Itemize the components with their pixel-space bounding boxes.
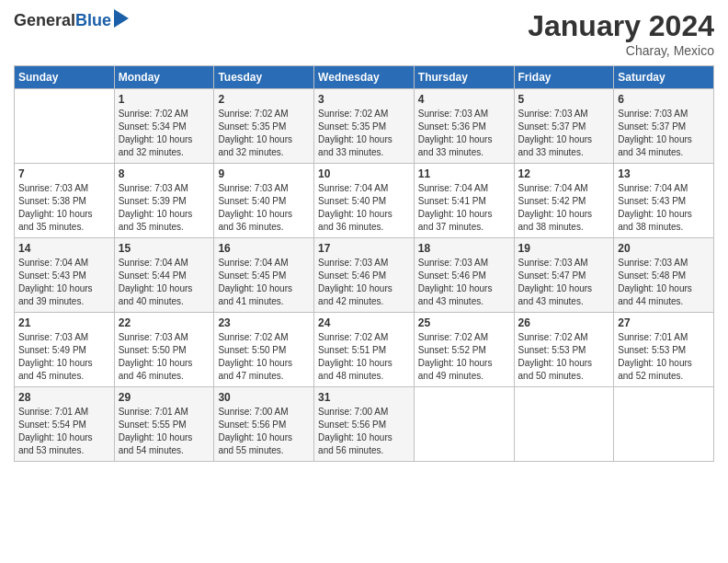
weekday-header: Friday: [514, 66, 614, 89]
cell-content: Sunrise: 7:04 AM Sunset: 5:44 PM Dayligh…: [119, 257, 210, 308]
calendar-cell: 3Sunrise: 7:02 AM Sunset: 5:35 PM Daylig…: [314, 89, 415, 164]
cell-content: Sunrise: 7:03 AM Sunset: 5:36 PM Dayligh…: [418, 108, 510, 159]
calendar-cell: 25Sunrise: 7:02 AM Sunset: 5:52 PM Dayli…: [414, 313, 514, 387]
cell-content: Sunrise: 7:04 AM Sunset: 5:41 PM Dayligh…: [418, 182, 510, 234]
weekday-header: Sunday: [15, 66, 115, 89]
calendar-cell: 2Sunrise: 7:02 AM Sunset: 5:35 PM Daylig…: [214, 89, 314, 164]
calendar-cell: 21Sunrise: 7:03 AM Sunset: 5:49 PM Dayli…: [15, 313, 115, 387]
cell-content: Sunrise: 7:01 AM Sunset: 5:54 PM Dayligh…: [18, 406, 110, 457]
page-header: General Blue January 2024 Charay, Mexico: [14, 9, 714, 58]
calendar-cell: 8Sunrise: 7:03 AM Sunset: 5:39 PM Daylig…: [114, 164, 214, 238]
calendar-cell: 13Sunrise: 7:04 AM Sunset: 5:43 PM Dayli…: [614, 164, 714, 238]
calendar-cell: 17Sunrise: 7:03 AM Sunset: 5:46 PM Dayli…: [314, 238, 415, 313]
day-number: 29: [119, 391, 210, 404]
cell-content: Sunrise: 7:04 AM Sunset: 5:43 PM Dayligh…: [618, 182, 710, 234]
day-number: 22: [119, 316, 210, 329]
cell-content: Sunrise: 7:02 AM Sunset: 5:34 PM Dayligh…: [119, 108, 210, 159]
calendar-cell: 15Sunrise: 7:04 AM Sunset: 5:44 PM Dayli…: [114, 238, 214, 313]
calendar-cell: 11Sunrise: 7:04 AM Sunset: 5:41 PM Dayli…: [414, 164, 514, 238]
calendar-cell: 22Sunrise: 7:03 AM Sunset: 5:50 PM Dayli…: [114, 313, 214, 387]
calendar-cell: 19Sunrise: 7:03 AM Sunset: 5:47 PM Dayli…: [514, 238, 614, 313]
logo-arrow-icon: [114, 9, 129, 28]
day-number: 1: [119, 93, 210, 106]
calendar-cell: 23Sunrise: 7:02 AM Sunset: 5:50 PM Dayli…: [214, 313, 314, 387]
day-number: 28: [18, 391, 110, 404]
weekday-header: Saturday: [614, 66, 714, 89]
calendar-cell: 16Sunrise: 7:04 AM Sunset: 5:45 PM Dayli…: [214, 238, 314, 313]
cell-content: Sunrise: 7:04 AM Sunset: 5:40 PM Dayligh…: [318, 182, 410, 234]
calendar-cell: [15, 89, 115, 164]
month-title: January 2024: [528, 9, 714, 43]
cell-content: Sunrise: 7:03 AM Sunset: 5:50 PM Dayligh…: [119, 331, 210, 383]
day-number: 17: [318, 242, 410, 255]
calendar-table: SundayMondayTuesdayWednesdayThursdayFrid…: [14, 65, 714, 462]
weekday-header: Wednesday: [314, 66, 415, 89]
calendar-cell: 20Sunrise: 7:03 AM Sunset: 5:48 PM Dayli…: [614, 238, 714, 313]
day-number: 21: [18, 316, 110, 329]
day-number: 8: [119, 167, 210, 180]
weekday-header: Monday: [114, 66, 214, 89]
logo-general-text: General: [14, 11, 75, 30]
cell-content: Sunrise: 7:00 AM Sunset: 5:56 PM Dayligh…: [218, 406, 310, 457]
calendar-cell: [614, 387, 714, 462]
calendar-cell: 18Sunrise: 7:03 AM Sunset: 5:46 PM Dayli…: [414, 238, 514, 313]
cell-content: Sunrise: 7:02 AM Sunset: 5:35 PM Dayligh…: [318, 108, 410, 159]
cell-content: Sunrise: 7:02 AM Sunset: 5:50 PM Dayligh…: [218, 331, 310, 383]
calendar-cell: 28Sunrise: 7:01 AM Sunset: 5:54 PM Dayli…: [15, 387, 115, 462]
calendar-cell: 10Sunrise: 7:04 AM Sunset: 5:40 PM Dayli…: [314, 164, 415, 238]
weekday-header: Thursday: [414, 66, 514, 89]
cell-content: Sunrise: 7:04 AM Sunset: 5:42 PM Dayligh…: [518, 182, 610, 234]
weekday-header: Tuesday: [214, 66, 314, 89]
calendar-cell: 1Sunrise: 7:02 AM Sunset: 5:34 PM Daylig…: [114, 89, 214, 164]
logo-blue-text: Blue: [75, 11, 111, 30]
cell-content: Sunrise: 7:04 AM Sunset: 5:43 PM Dayligh…: [18, 257, 110, 308]
cell-content: Sunrise: 7:02 AM Sunset: 5:53 PM Dayligh…: [518, 331, 610, 383]
day-number: 13: [618, 167, 710, 180]
calendar-cell: 9Sunrise: 7:03 AM Sunset: 5:40 PM Daylig…: [214, 164, 314, 238]
location-title: Charay, Mexico: [528, 43, 714, 58]
cell-content: Sunrise: 7:04 AM Sunset: 5:45 PM Dayligh…: [218, 257, 310, 308]
day-number: 19: [518, 242, 610, 255]
day-number: 9: [218, 167, 310, 180]
calendar-cell: 26Sunrise: 7:02 AM Sunset: 5:53 PM Dayli…: [514, 313, 614, 387]
day-number: 6: [618, 93, 710, 106]
cell-content: Sunrise: 7:02 AM Sunset: 5:35 PM Dayligh…: [218, 108, 310, 159]
cell-content: Sunrise: 7:03 AM Sunset: 5:37 PM Dayligh…: [518, 108, 610, 159]
cell-content: Sunrise: 7:03 AM Sunset: 5:46 PM Dayligh…: [418, 257, 510, 308]
cell-content: Sunrise: 7:03 AM Sunset: 5:40 PM Dayligh…: [218, 182, 310, 234]
calendar-cell: [414, 387, 514, 462]
day-number: 16: [218, 242, 310, 255]
day-number: 26: [518, 316, 610, 329]
day-number: 14: [18, 242, 110, 255]
day-number: 20: [618, 242, 710, 255]
day-number: 2: [218, 93, 310, 106]
cell-content: Sunrise: 7:02 AM Sunset: 5:51 PM Dayligh…: [318, 331, 410, 383]
day-number: 15: [119, 242, 210, 255]
calendar-cell: 27Sunrise: 7:01 AM Sunset: 5:53 PM Dayli…: [614, 313, 714, 387]
calendar-cell: 7Sunrise: 7:03 AM Sunset: 5:38 PM Daylig…: [15, 164, 115, 238]
calendar-cell: 24Sunrise: 7:02 AM Sunset: 5:51 PM Dayli…: [314, 313, 415, 387]
logo: General Blue: [14, 9, 129, 31]
cell-content: Sunrise: 7:02 AM Sunset: 5:52 PM Dayligh…: [418, 331, 510, 383]
day-number: 3: [318, 93, 410, 106]
calendar-cell: 29Sunrise: 7:01 AM Sunset: 5:55 PM Dayli…: [114, 387, 214, 462]
cell-content: Sunrise: 7:03 AM Sunset: 5:48 PM Dayligh…: [618, 257, 710, 308]
day-number: 30: [218, 391, 310, 404]
cell-content: Sunrise: 7:00 AM Sunset: 5:56 PM Dayligh…: [318, 406, 410, 457]
day-number: 7: [18, 167, 110, 180]
day-number: 18: [418, 242, 510, 255]
cell-content: Sunrise: 7:03 AM Sunset: 5:37 PM Dayligh…: [618, 108, 710, 159]
calendar-cell: 30Sunrise: 7:00 AM Sunset: 5:56 PM Dayli…: [214, 387, 314, 462]
day-number: 31: [318, 391, 410, 404]
day-number: 10: [318, 167, 410, 180]
day-number: 12: [518, 167, 610, 180]
cell-content: Sunrise: 7:01 AM Sunset: 5:55 PM Dayligh…: [119, 406, 210, 457]
cell-content: Sunrise: 7:03 AM Sunset: 5:47 PM Dayligh…: [518, 257, 610, 308]
day-number: 27: [618, 316, 710, 329]
calendar-cell: 31Sunrise: 7:00 AM Sunset: 5:56 PM Dayli…: [314, 387, 415, 462]
title-block: January 2024 Charay, Mexico: [528, 9, 714, 58]
calendar-cell: 6Sunrise: 7:03 AM Sunset: 5:37 PM Daylig…: [614, 89, 714, 164]
cell-content: Sunrise: 7:03 AM Sunset: 5:39 PM Dayligh…: [119, 182, 210, 234]
day-number: 23: [218, 316, 310, 329]
calendar-cell: 14Sunrise: 7:04 AM Sunset: 5:43 PM Dayli…: [15, 238, 115, 313]
